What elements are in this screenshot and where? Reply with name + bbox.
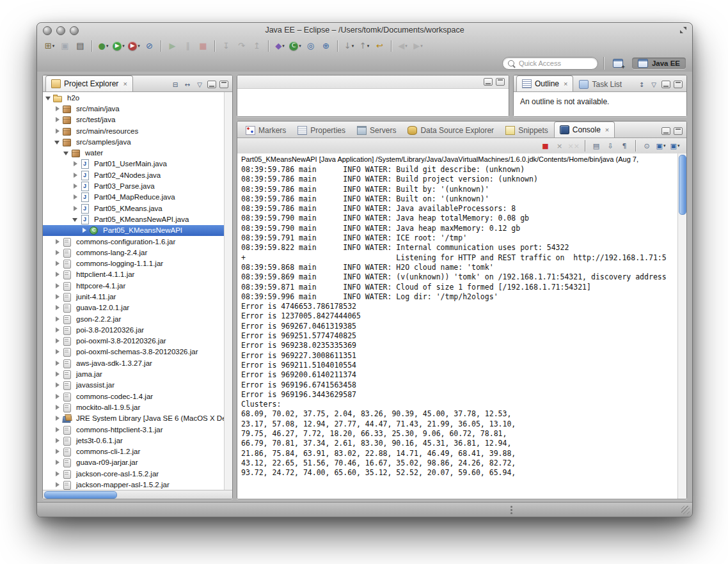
tree-item[interactable]: poi-ooxml-schemas-3.8-20120326.jar: [43, 347, 225, 357]
disclosure-triangle-icon[interactable]: [54, 239, 61, 245]
scrollbar-thumb[interactable]: [679, 155, 686, 215]
link-with-editor-button[interactable]: ↔: [183, 80, 192, 89]
tree-item[interactable]: jackson-mapper-asl-1.5.2.jar: [43, 479, 225, 490]
tab-task-list[interactable]: Task List ×: [573, 77, 628, 91]
open-perspective-button[interactable]: [609, 56, 627, 70]
maximize-view-button[interactable]: [674, 127, 683, 135]
tab-snippets[interactable]: Snippets ×: [500, 123, 554, 137]
forward-button[interactable]: ▶ ▾: [411, 39, 425, 52]
external-tools-button[interactable]: ▶ ▾: [127, 39, 141, 52]
tree-item[interactable]: jama.jar: [43, 368, 225, 379]
maximize-view-button[interactable]: [496, 78, 505, 86]
disclosure-triangle-icon[interactable]: [54, 427, 61, 433]
resize-grip[interactable]: [681, 506, 690, 514]
tree-item[interactable]: src/main/resources: [43, 125, 225, 136]
tree-item[interactable]: commons-logging-1.1.1.jar: [43, 258, 225, 269]
tree-item[interactable]: jets3t-0.6.1.jar: [43, 435, 225, 446]
disclosure-triangle-icon[interactable]: [54, 393, 61, 400]
maximize-view-button[interactable]: [219, 81, 228, 88]
resume-button[interactable]: ▶ ▾: [165, 39, 180, 52]
tree-item[interactable]: commons-httpclient-3.1.jar: [43, 424, 225, 435]
tree-item[interactable]: src/test/java: [43, 114, 225, 125]
disclosure-triangle-icon[interactable]: [63, 150, 70, 156]
tree-item[interactable]: src/main/java: [43, 103, 225, 114]
disclosure-triangle-icon[interactable]: [54, 327, 61, 333]
perspective-java-ee-button[interactable]: Java EE: [632, 58, 686, 69]
last-edit-location-button[interactable]: ↩ ▾: [372, 39, 387, 52]
tree-item[interactable]: commons-cli-1.2.jar: [43, 446, 225, 457]
disclosure-triangle-icon[interactable]: [54, 448, 61, 455]
close-button[interactable]: [43, 26, 52, 35]
disclosure-triangle-icon[interactable]: [54, 338, 61, 344]
disclosure-triangle-icon[interactable]: [54, 415, 61, 421]
tree-item[interactable]: guava-12.0.1.jar: [43, 302, 225, 313]
remove-all-terminated-button[interactable]: ×× ▾: [567, 140, 580, 152]
clear-console-button[interactable]: ▤ ▾: [590, 140, 603, 152]
tree-item[interactable]: commons-lang-2.4.jar: [43, 247, 225, 258]
tab-markers[interactable]: Markers ×: [240, 123, 292, 137]
tree-item[interactable]: httpcore-4.1.jar: [43, 280, 225, 291]
debug-button[interactable]: ● ▾: [96, 39, 111, 52]
tab-outline[interactable]: Outline ×: [516, 75, 573, 91]
scrollbar-thumb[interactable]: [44, 491, 117, 499]
disclosure-triangle-icon[interactable]: [54, 271, 61, 278]
fullscreen-icon[interactable]: [680, 27, 686, 33]
tab-project-explorer[interactable]: Project Explorer ×: [45, 75, 133, 91]
tree-item[interactable]: Part03_Parse.java: [43, 180, 225, 191]
console-output[interactable]: Part05_KMeansNewAPI [Java Application] /…: [237, 153, 678, 499]
tree-item[interactable]: mockito-all-1.9.5.jar: [43, 402, 225, 412]
step-return-button[interactable]: ↥ ▾: [249, 39, 264, 52]
tree-item[interactable]: guava-r09-jarjar.jar: [43, 457, 225, 468]
disclosure-triangle-icon[interactable]: [54, 116, 61, 123]
disclosure-triangle-icon[interactable]: [54, 360, 61, 366]
tree-item[interactable]: JRE System Library [Java SE 6 (MacOS X D…: [43, 413, 225, 424]
tree-item[interactable]: httpclient-4.1.1.jar: [43, 269, 225, 280]
minimize-view-button[interactable]: [661, 127, 670, 135]
disclosure-triangle-icon[interactable]: [54, 139, 61, 145]
minimize-view-button[interactable]: [661, 81, 670, 88]
disclosure-triangle-icon[interactable]: [72, 205, 79, 212]
disclosure-triangle-icon[interactable]: [54, 471, 61, 477]
word-wrap-button[interactable]: ¶ ▾: [618, 140, 631, 152]
new-java-class-button[interactable]: C ▾: [288, 39, 303, 52]
disclosure-triangle-icon[interactable]: [54, 294, 61, 300]
disclosure-triangle-icon[interactable]: [54, 249, 61, 256]
skip-breakpoints-button[interactable]: ⊘ ▾: [142, 39, 157, 52]
tree-item[interactable]: commons-codec-1.4.jar: [43, 391, 225, 402]
disclosure-triangle-icon[interactable]: [54, 260, 61, 267]
disclosure-triangle-icon[interactable]: [54, 304, 61, 311]
tree-item[interactable]: Part04_MapReduce.java: [43, 192, 225, 203]
zoom-button[interactable]: [70, 26, 79, 35]
view-menu-button[interactable]: ▽: [649, 80, 658, 89]
quick-access-field[interactable]: [502, 57, 598, 70]
tree-item[interactable]: poi-3.8-20120326.jar: [43, 324, 225, 335]
tree-item[interactable]: aws-java-sdk-1.3.27.jar: [43, 357, 225, 368]
pin-console-button[interactable]: ⊙ ▾: [640, 140, 653, 152]
disclosure-triangle-icon[interactable]: [72, 183, 79, 189]
collapse-all-button[interactable]: ⊟: [171, 80, 180, 89]
disclosure-triangle-icon[interactable]: [72, 216, 79, 223]
vertical-scrollbar[interactable]: [224, 92, 232, 490]
tree-item[interactable]: water: [43, 147, 225, 158]
java-search-button[interactable]: ◎ ▾: [303, 39, 318, 52]
step-over-button[interactable]: ↷ ▾: [234, 39, 249, 52]
minimize-button[interactable]: [56, 26, 65, 35]
open-web-browser-button[interactable]: ⊕ ▾: [319, 39, 333, 52]
suspend-button[interactable]: ∥ ▾: [180, 39, 195, 52]
maximize-view-button[interactable]: [674, 81, 683, 88]
close-icon[interactable]: ×: [123, 80, 127, 88]
focus-on-active-task-button[interactable]: ↕: [637, 80, 646, 89]
disclosure-triangle-icon[interactable]: [54, 349, 61, 355]
disclosure-triangle-icon[interactable]: [54, 128, 61, 134]
disclosure-triangle-icon[interactable]: [54, 283, 61, 289]
console-text[interactable]: 08:39:59.786 main INFO WATER: Build git …: [241, 165, 678, 478]
tree-item[interactable]: Part05_KMeans.java: [43, 203, 225, 214]
display-selected-console-button[interactable]: ▣ ▾: [654, 140, 667, 152]
print-button[interactable]: ▤ ▾: [73, 39, 88, 52]
disclosure-triangle-icon[interactable]: [54, 482, 61, 488]
remove-launch-button[interactable]: × ▾: [553, 140, 566, 152]
quick-access-input[interactable]: [518, 59, 581, 68]
next-annotation-button[interactable]: ↓ ▾: [342, 39, 356, 52]
terminate-button[interactable]: ■ ▾: [196, 39, 210, 52]
terminate-button[interactable]: ■ ▾: [539, 140, 552, 152]
